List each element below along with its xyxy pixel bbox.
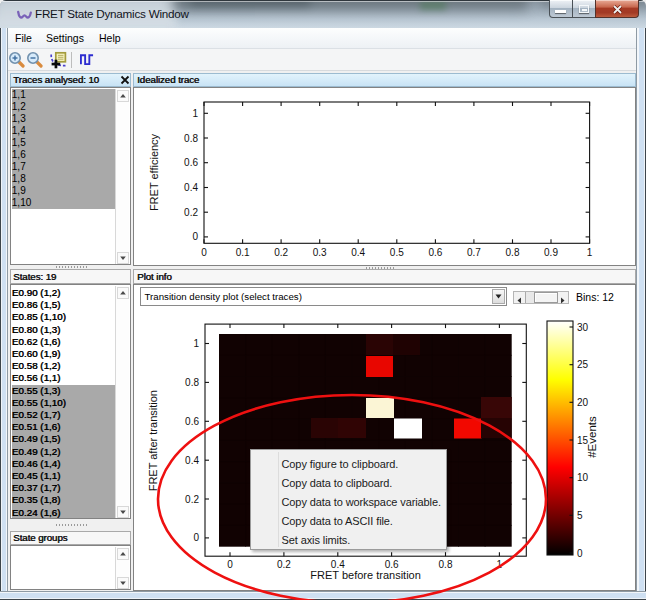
svg-text:0: 0 xyxy=(201,247,207,258)
svg-text:0.2: 0.2 xyxy=(184,207,198,218)
svg-text:0.4: 0.4 xyxy=(351,247,365,258)
svg-text:25: 25 xyxy=(577,359,589,370)
svg-text:FRET efficiency: FRET efficiency xyxy=(148,133,160,211)
svg-text:0.4: 0.4 xyxy=(184,182,198,193)
svg-text:1: 1 xyxy=(193,338,199,349)
svg-text:0.1: 0.1 xyxy=(236,247,250,258)
svg-text:0.5: 0.5 xyxy=(390,247,404,258)
svg-text:0.3: 0.3 xyxy=(313,247,327,258)
svg-text:0.8: 0.8 xyxy=(184,133,198,144)
svg-text:1: 1 xyxy=(587,247,593,258)
svg-text:0.8: 0.8 xyxy=(506,247,520,258)
svg-text:1: 1 xyxy=(192,108,198,119)
svg-text:0: 0 xyxy=(192,231,198,242)
svg-text:0.9: 0.9 xyxy=(544,247,558,258)
svg-text:0.6: 0.6 xyxy=(184,157,198,168)
svg-text:0.7: 0.7 xyxy=(467,247,481,258)
svg-text:0.6: 0.6 xyxy=(428,247,442,258)
svg-text:30: 30 xyxy=(577,322,589,333)
svg-text:0.2: 0.2 xyxy=(274,247,288,258)
